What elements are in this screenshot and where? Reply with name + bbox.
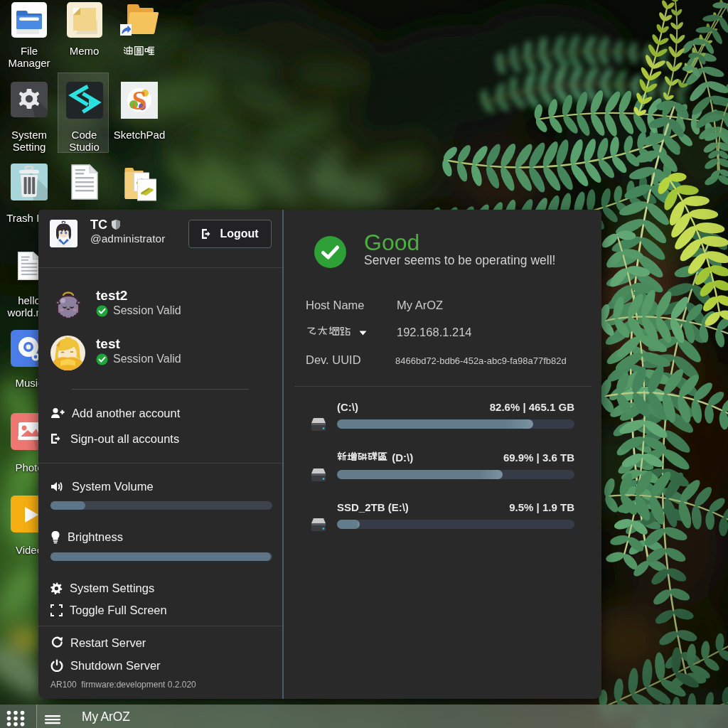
svg-text:S: S: [132, 86, 147, 115]
